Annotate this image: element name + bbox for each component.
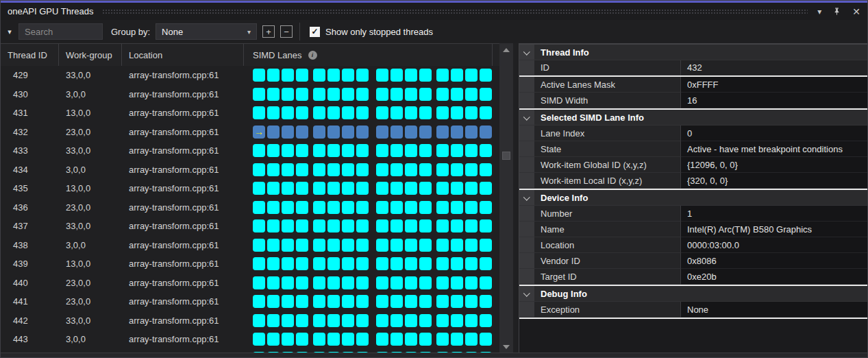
simd-lane-10[interactable] xyxy=(405,333,417,346)
simd-lane-14[interactable] xyxy=(465,295,478,308)
thread-row-443[interactable]: 4433,0,0array-transform.cpp:61 xyxy=(1,330,499,349)
section-expander[interactable] xyxy=(519,190,534,206)
scroll-down-icon[interactable] xyxy=(503,345,510,349)
simd-lane-1[interactable] xyxy=(267,295,280,308)
simd-lane-3[interactable] xyxy=(296,144,308,157)
panel-section-header[interactable]: Debug Info xyxy=(519,286,868,302)
simd-lane-2[interactable] xyxy=(282,219,294,232)
simd-lane-11[interactable] xyxy=(419,276,432,289)
simd-lane-9[interactable] xyxy=(390,314,403,327)
simd-lane-8[interactable] xyxy=(376,144,388,157)
simd-lane-6[interactable] xyxy=(342,295,354,308)
simd-lane-3[interactable] xyxy=(296,257,308,270)
simd-lane-7[interactable] xyxy=(356,239,369,252)
simd-lane-1[interactable] xyxy=(267,144,280,157)
simd-lane-15[interactable] xyxy=(480,88,492,101)
simd-lane-2[interactable] xyxy=(282,201,294,214)
simd-lane-4[interactable] xyxy=(313,295,325,308)
simd-lane-0[interactable] xyxy=(253,257,265,270)
simd-lane-9[interactable] xyxy=(390,126,403,139)
simd-lane-3[interactable] xyxy=(296,126,308,139)
close-icon[interactable]: ✕ xyxy=(852,7,860,16)
simd-lane-5[interactable] xyxy=(327,88,340,101)
simd-lane-5[interactable] xyxy=(327,126,340,139)
simd-lane-0[interactable] xyxy=(253,88,265,101)
pin-icon[interactable] xyxy=(832,7,841,16)
column-header-location[interactable]: Location xyxy=(122,44,244,66)
simd-lane-7[interactable] xyxy=(356,257,369,270)
simd-lane-11[interactable] xyxy=(419,144,432,157)
simd-lane-11[interactable] xyxy=(419,201,432,214)
simd-lane-10[interactable] xyxy=(405,257,417,270)
thread-row-437[interactable]: 43733,0,0array-transform.cpp:61 xyxy=(1,217,499,236)
simd-lane-13[interactable] xyxy=(451,182,463,195)
thread-row-439[interactable]: 43913,0,0array-transform.cpp:61 xyxy=(1,254,499,274)
simd-lane-5[interactable] xyxy=(327,144,340,157)
simd-lane-14[interactable] xyxy=(465,88,478,101)
simd-lane-10[interactable] xyxy=(405,314,417,327)
simd-lane-9[interactable] xyxy=(390,106,403,119)
panel-row[interactable]: SIMD Width16 xyxy=(519,93,868,108)
section-expander[interactable] xyxy=(519,110,534,126)
simd-lane-1[interactable] xyxy=(267,106,280,119)
simd-lane-6[interactable] xyxy=(342,201,354,214)
simd-lane-5[interactable] xyxy=(327,314,340,327)
simd-lane-14[interactable] xyxy=(465,201,478,214)
simd-lane-12[interactable] xyxy=(436,219,449,232)
simd-lane-8[interactable] xyxy=(376,88,388,101)
simd-lane-8[interactable] xyxy=(376,201,388,214)
drag-grip[interactable] xyxy=(102,9,808,15)
search-input[interactable] xyxy=(18,23,103,40)
simd-lane-9[interactable] xyxy=(390,144,403,157)
simd-lane-14[interactable] xyxy=(465,257,478,270)
panel-row[interactable]: NameIntel(R) Arc(TM) B580 Graphics xyxy=(519,222,868,237)
scrollbar-thumb[interactable] xyxy=(502,152,510,160)
simd-lane-13[interactable] xyxy=(451,69,463,82)
simd-lane-4[interactable] xyxy=(313,144,325,157)
simd-lane-12[interactable] xyxy=(436,276,449,289)
title-bar[interactable]: oneAPI GPU Threads ▾ ✕ xyxy=(1,3,867,20)
simd-lane-11[interactable] xyxy=(419,333,432,346)
simd-lane-4[interactable] xyxy=(313,88,325,101)
simd-lane-3[interactable] xyxy=(296,295,308,308)
section-expander[interactable] xyxy=(519,286,534,302)
simd-lane-3[interactable] xyxy=(296,106,308,119)
simd-lane-11[interactable] xyxy=(419,163,432,176)
panel-section-header[interactable]: Selected SIMD Lane Info xyxy=(519,110,868,126)
panel-row[interactable]: ID432 xyxy=(519,60,868,77)
simd-lane-10[interactable] xyxy=(405,163,417,176)
simd-lane-11[interactable] xyxy=(419,314,432,327)
panel-row[interactable]: ExceptionNone xyxy=(519,302,868,318)
simd-lane-12[interactable] xyxy=(436,163,449,176)
simd-lane-10[interactable] xyxy=(405,182,417,195)
info-icon[interactable]: i xyxy=(308,51,317,60)
simd-lane-13[interactable] xyxy=(451,333,463,346)
simd-lane-7[interactable] xyxy=(356,314,369,327)
simd-lane-2[interactable] xyxy=(282,69,294,82)
simd-lane-8[interactable] xyxy=(376,333,388,346)
simd-lane-9[interactable] xyxy=(390,201,403,214)
simd-lane-7[interactable] xyxy=(356,126,369,139)
simd-lane-6[interactable] xyxy=(342,144,354,157)
simd-lane-2[interactable] xyxy=(282,88,294,101)
simd-lane-0[interactable] xyxy=(253,219,265,232)
simd-lane-5[interactable] xyxy=(327,201,340,214)
simd-lane-0[interactable] xyxy=(253,276,265,289)
simd-lane-0[interactable] xyxy=(253,69,265,82)
simd-lane-11[interactable] xyxy=(419,88,432,101)
simd-lane-15[interactable] xyxy=(480,182,492,195)
simd-lane-11[interactable] xyxy=(419,295,432,308)
simd-lane-5[interactable] xyxy=(327,106,340,119)
simd-lane-11[interactable] xyxy=(419,106,432,119)
simd-lane-14[interactable] xyxy=(465,163,478,176)
simd-lane-0[interactable] xyxy=(253,239,265,252)
thread-row-441[interactable]: 44123,0,0array-transform.cpp:61 xyxy=(1,292,499,311)
panel-row[interactable]: Number1 xyxy=(519,206,868,222)
panel-row[interactable]: Lane Index0 xyxy=(519,126,868,141)
simd-lane-0[interactable] xyxy=(253,182,265,195)
simd-lane-9[interactable] xyxy=(390,257,403,270)
simd-lane-8[interactable] xyxy=(376,126,388,139)
simd-lane-10[interactable] xyxy=(405,219,417,232)
thread-row-435[interactable]: 43513,0,0array-transform.cpp:61 xyxy=(1,179,499,198)
simd-lane-13[interactable] xyxy=(451,295,463,308)
